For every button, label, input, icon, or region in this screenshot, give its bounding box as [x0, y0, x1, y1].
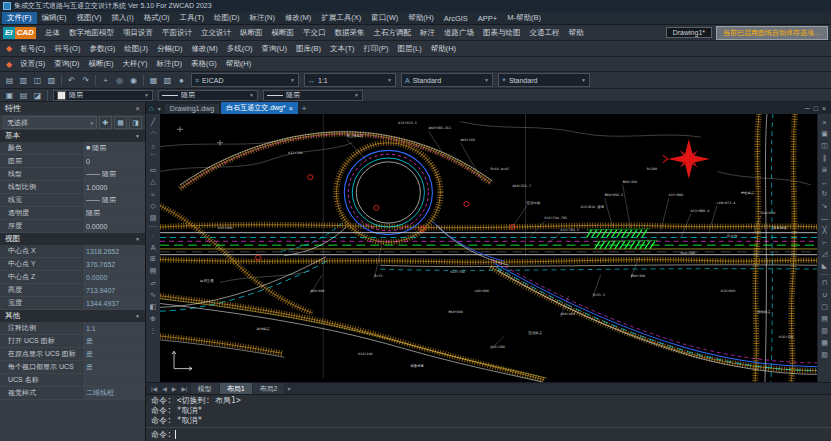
menu-item-1[interactable]: 文件(F): [2, 12, 37, 24]
eicad-menu-11[interactable]: 标注: [416, 26, 439, 40]
divide-icon[interactable]: ⋮: [147, 325, 159, 337]
measure-icon[interactable]: ▦: [819, 337, 831, 349]
row3-item-3[interactable]: 参数(G): [85, 42, 119, 56]
property-value[interactable]: 713.9407: [82, 284, 145, 296]
property-value[interactable]: [82, 374, 145, 386]
menu-item-2[interactable]: 编辑(E): [37, 12, 72, 24]
redo-icon[interactable]: ↷: [79, 74, 92, 86]
drawing-canvas[interactable]: K15+652.5AK0+083.261AK0+160挡土墙起点K15+700R…: [160, 114, 817, 382]
undo-icon[interactable]: ↶: [65, 74, 78, 86]
row3-item-5[interactable]: 分幅(D): [153, 42, 186, 56]
menu-item-14[interactable]: APP+: [473, 13, 502, 24]
fillet-icon[interactable]: ⊓: [819, 277, 831, 289]
zoom-window-icon[interactable]: ◎: [113, 74, 126, 86]
minimize-icon[interactable]: ─: [805, 105, 810, 112]
erase-icon[interactable]: ×: [819, 116, 831, 128]
stretch-icon[interactable]: —: [819, 212, 831, 224]
row3-item-2[interactable]: 符号(O): [51, 42, 85, 56]
property-value[interactable]: 0.0000: [82, 271, 145, 283]
row4-item-5[interactable]: 标注(D): [153, 57, 186, 71]
property-value[interactable]: 1344.4937: [82, 297, 145, 309]
property-value[interactable]: 是: [82, 348, 145, 360]
close-icon[interactable]: ×: [135, 104, 140, 113]
eicad-menu-5[interactable]: 立交设计: [197, 26, 235, 40]
scale-icon[interactable]: ↘: [819, 200, 831, 212]
row3-item-8[interactable]: 查询(U): [258, 42, 291, 56]
eicad-menu-8[interactable]: 平交口: [299, 26, 330, 40]
gradient-icon[interactable]: ◧: [147, 301, 159, 313]
property-value[interactable]: 1.0000: [82, 181, 145, 193]
dropdown-layer-control[interactable]: ≡EICAD▼: [191, 73, 299, 87]
home-icon[interactable]: ⌂: [149, 104, 154, 113]
row4-item-6[interactable]: 表格(G): [187, 57, 221, 71]
eicad-menu-10[interactable]: 土石方调配: [369, 26, 415, 40]
close-icon[interactable]: ×: [289, 105, 293, 112]
toggle-pickadd-icon[interactable]: ◨: [129, 116, 142, 129]
match-properties-icon[interactable]: ▣: [3, 89, 16, 101]
text-icon[interactable]: A: [147, 241, 159, 253]
region-icon[interactable]: ▱: [147, 277, 159, 289]
isolate-icon[interactable]: ◪: [31, 89, 44, 101]
layer-state-icon[interactable]: ▧: [161, 74, 174, 86]
property-value[interactable]: 是: [82, 335, 145, 347]
row4-item-3[interactable]: 横断(E): [85, 57, 118, 71]
row3-item-1[interactable]: 桩号(C): [16, 42, 49, 56]
align-icon[interactable]: ▤: [819, 313, 831, 325]
property-value[interactable]: 376.7652: [82, 258, 145, 270]
sheet-status-button[interactable]: 当前已启用图纸自动保存选项…: [716, 26, 828, 40]
group-icon[interactable]: ▤: [17, 89, 30, 101]
row3-item-12[interactable]: 图层(L): [394, 42, 426, 56]
layout-nav-4[interactable]: ▶|: [179, 385, 189, 392]
menu-item-3[interactable]: 视图(V): [72, 12, 107, 24]
open-icon[interactable]: ▥: [17, 74, 30, 86]
command-prompt-row[interactable]: 命令:: [146, 428, 831, 441]
restore-icon[interactable]: □: [814, 105, 818, 112]
layout-nav-1[interactable]: |◀: [149, 385, 159, 392]
layout-tab-布局2[interactable]: 布局2: [253, 383, 285, 395]
layout-nav-3[interactable]: ▶: [170, 385, 179, 392]
copy-icon[interactable]: ▣: [819, 128, 831, 140]
property-value[interactable]: 0.0000: [82, 220, 145, 232]
property-value[interactable]: 是: [82, 361, 145, 373]
dropdown-color[interactable]: 随层▼: [53, 90, 153, 101]
menu-item-13[interactable]: ArcGIS: [439, 13, 473, 24]
rotate-icon[interactable]: ↻: [819, 188, 831, 200]
eicad-menu-7[interactable]: 横断面: [267, 26, 298, 40]
menu-item-10[interactable]: 扩展工具(X): [316, 12, 366, 24]
menu-item-11[interactable]: 窗口(W): [366, 12, 403, 24]
dropdown-annotation-scale[interactable]: ↔1:1▼: [304, 73, 396, 87]
pan-icon[interactable]: +: [99, 74, 112, 86]
eicad-menu-2[interactable]: 数字地面模型: [65, 26, 118, 40]
eicad-menu-14[interactable]: 交通工程: [525, 26, 563, 40]
layout-nav-2[interactable]: ◀: [160, 385, 169, 392]
rectangle-icon[interactable]: ▭: [147, 164, 159, 176]
chevron-down-icon[interactable]: ▾: [285, 385, 292, 392]
select-objects-icon[interactable]: ▦: [114, 116, 127, 129]
property-value[interactable]: ■ 随层: [82, 142, 145, 154]
realtime-zoom-icon[interactable]: ●: [175, 74, 188, 86]
trim-icon[interactable]: ╳: [819, 224, 831, 236]
revcloud-icon[interactable]: ∿: [147, 289, 159, 301]
quick-select-icon[interactable]: ✚: [99, 116, 112, 129]
ellipse-icon[interactable]: ◇: [147, 200, 159, 212]
doc-tab-2[interactable]: 白石互通立交.dwg*×: [221, 102, 298, 114]
eicad-menu-3[interactable]: 项目设置: [119, 26, 157, 40]
row4-item-7[interactable]: 帮助(H): [222, 57, 255, 71]
row3-item-7[interactable]: 多线(O): [223, 42, 257, 56]
eicad-menu-13[interactable]: 图表与绘图: [479, 26, 525, 40]
layers-icon[interactable]: ▦: [147, 74, 160, 86]
section-header-1[interactable]: 基本▼: [0, 130, 145, 142]
eicad-menu-4[interactable]: 平面设计: [158, 26, 196, 40]
eicad-menu-1[interactable]: 总体: [41, 26, 64, 40]
chevron-down-icon[interactable]: ▾: [156, 105, 163, 112]
menu-item-5[interactable]: 格式(O): [139, 12, 175, 24]
row4-item-2[interactable]: 查询(D): [50, 57, 83, 71]
chamfer-icon[interactable]: ◣: [819, 260, 831, 272]
break-icon[interactable]: ◿: [819, 248, 831, 260]
menu-item-15[interactable]: M-帮助(B): [502, 12, 546, 24]
property-value[interactable]: 1:1: [82, 322, 145, 334]
polygon-icon[interactable]: △: [147, 176, 159, 188]
polyline-icon[interactable]: ◠: [147, 128, 159, 140]
circle-icon[interactable]: ○: [147, 140, 159, 152]
menu-item-7[interactable]: 绘图(D): [209, 12, 244, 24]
